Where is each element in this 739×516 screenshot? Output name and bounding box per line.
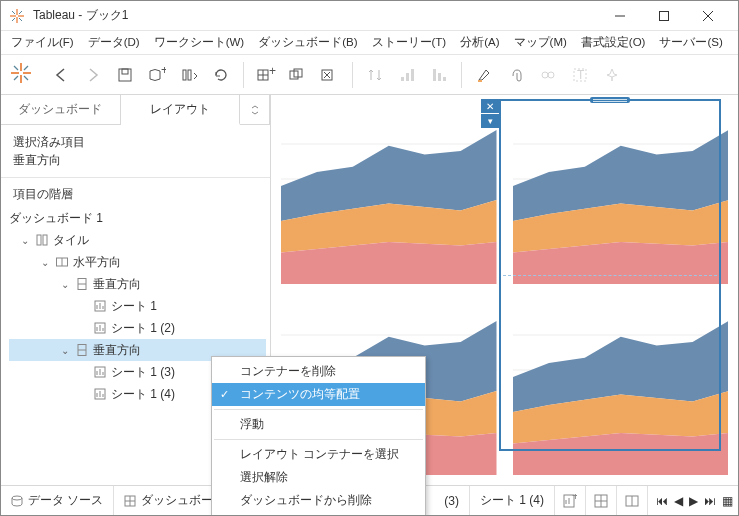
attach-button[interactable] — [502, 61, 530, 89]
menu-file[interactable]: ファイル(F) — [5, 33, 80, 52]
save-button[interactable] — [111, 61, 139, 89]
menubar: ファイル(F) データ(D) ワークシート(W) ダッシュボード(B) ストーリ… — [1, 31, 738, 55]
new-story-button[interactable] — [617, 486, 648, 515]
svg-text:+: + — [269, 67, 276, 78]
close-button[interactable] — [686, 2, 730, 30]
tab-expand[interactable] — [240, 95, 270, 124]
tree-dashboard-root[interactable]: ダッシュボード 1 — [9, 207, 266, 229]
tab-dashboard[interactable]: ダッシュボード — [1, 95, 121, 124]
bottom-data-source[interactable]: データ ソース — [1, 486, 114, 515]
divider-line — [503, 275, 717, 276]
svg-rect-20 — [119, 69, 131, 81]
svg-rect-36 — [411, 69, 414, 81]
svg-rect-34 — [401, 77, 404, 81]
tree-horizontal[interactable]: ⌄ 水平方向 — [9, 251, 266, 273]
menu-worksheet[interactable]: ワークシート(W) — [148, 33, 251, 52]
svg-rect-35 — [406, 73, 409, 81]
caret-down-icon[interactable]: ⌄ — [59, 345, 71, 356]
svg-line-17 — [24, 66, 28, 70]
group-button[interactable] — [534, 61, 562, 89]
caret-down-icon[interactable]: ⌄ — [19, 235, 31, 246]
data-source-icon — [11, 495, 23, 507]
vertical-icon — [75, 343, 89, 357]
context-delete-container[interactable]: コンテナーを削除 — [212, 360, 425, 383]
horizontal-icon — [55, 255, 69, 269]
refresh-button[interactable] — [207, 61, 235, 89]
svg-text:+: + — [572, 494, 577, 503]
svg-line-4 — [12, 11, 15, 14]
tree-sheet-1[interactable]: シート 1 — [9, 295, 266, 317]
back-button[interactable] — [47, 61, 75, 89]
menu-server[interactable]: サーバー(S) — [653, 33, 728, 52]
menu-story[interactable]: ストーリー(T) — [366, 33, 453, 52]
tree-vertical-1[interactable]: ⌄ 垂直方向 — [9, 273, 266, 295]
nav-next-icon[interactable]: ▶ — [689, 494, 698, 508]
tab-layout[interactable]: レイアウト — [121, 95, 241, 125]
sort-desc-button[interactable] — [425, 61, 453, 89]
tree-tile[interactable]: ⌄ タイル — [9, 229, 266, 251]
nav-first-icon[interactable]: ⏮ — [656, 494, 668, 508]
new-sheet-button[interactable]: + — [555, 486, 586, 515]
caret-down-icon[interactable]: ⌄ — [59, 279, 71, 290]
pause-button[interactable] — [175, 61, 203, 89]
bottom-sheet-4[interactable]: シート 1 (4) — [470, 486, 555, 515]
menu-map[interactable]: マップ(M) — [508, 33, 573, 52]
nav-last-icon[interactable]: ⏭ — [704, 494, 716, 508]
grid-view-icon[interactable]: ▦ — [722, 494, 733, 508]
sheet-icon — [93, 365, 107, 379]
svg-point-85 — [12, 496, 22, 500]
clear-button[interactable] — [316, 61, 344, 89]
menu-analysis[interactable]: 分析(A) — [454, 33, 505, 52]
context-select-container[interactable]: レイアウト コンテナーを選択 — [212, 443, 425, 466]
new-worksheet-button[interactable]: + — [252, 61, 280, 89]
nav-prev-icon[interactable]: ◀ — [674, 494, 683, 508]
context-floating[interactable]: 浮動 — [212, 413, 425, 436]
check-icon: ✓ — [220, 388, 229, 401]
menu-data[interactable]: データ(D) — [82, 33, 146, 52]
tableau-logo-icon — [9, 8, 25, 24]
duplicate-button[interactable] — [284, 61, 312, 89]
context-deselect[interactable]: 選択解除 — [212, 466, 425, 489]
selection-menu-icon[interactable]: ▾ — [481, 114, 499, 128]
menu-window[interactable]: ウィンドウ(N) — [731, 33, 739, 52]
selection-container[interactable]: ✕ ▾ — [499, 99, 721, 451]
maximize-button[interactable] — [642, 2, 686, 30]
context-remove-from-dashboard[interactable]: ダッシュボードから削除 — [212, 489, 425, 512]
tree-sheet-1-2[interactable]: シート 1 (2) — [9, 317, 266, 339]
highlight-button[interactable] — [470, 61, 498, 89]
svg-point-41 — [542, 72, 548, 78]
chart-sheet-1[interactable] — [281, 109, 497, 284]
swap-button[interactable] — [361, 61, 389, 89]
bottom-sheet-3[interactable]: (3) — [434, 486, 470, 515]
svg-text:T: T — [577, 68, 585, 82]
svg-rect-21 — [122, 69, 128, 74]
bottom-dashboard-tab[interactable]: ダッシュボー — [114, 486, 224, 515]
selection-close-icon[interactable]: ✕ — [481, 99, 499, 113]
minimize-button[interactable] — [598, 2, 642, 30]
new-data-button[interactable]: + — [143, 61, 171, 89]
sheet-icon — [93, 387, 107, 401]
svg-line-6 — [12, 18, 15, 21]
window-title: Tableau - ブック1 — [33, 7, 598, 24]
selected-items-title: 選択済み項目 — [13, 133, 258, 151]
svg-rect-39 — [443, 77, 446, 81]
forward-button[interactable] — [79, 61, 107, 89]
svg-line-5 — [19, 11, 22, 14]
svg-text:+: + — [161, 67, 166, 77]
svg-line-19 — [24, 76, 28, 80]
svg-rect-23 — [183, 70, 186, 80]
svg-rect-38 — [438, 73, 441, 81]
new-dashboard-button[interactable] — [586, 486, 617, 515]
menu-format[interactable]: 書式設定(O) — [575, 33, 652, 52]
text-button[interactable]: T — [566, 61, 594, 89]
menu-dashboard[interactable]: ダッシュボード(B) — [252, 33, 363, 52]
sort-asc-button[interactable] — [393, 61, 421, 89]
svg-rect-46 — [43, 235, 47, 245]
svg-line-18 — [14, 76, 18, 80]
pin-button[interactable] — [598, 61, 626, 89]
svg-point-42 — [548, 72, 554, 78]
caret-down-icon[interactable]: ⌄ — [39, 257, 51, 268]
svg-line-16 — [14, 66, 18, 70]
tableau-brand-icon[interactable] — [9, 61, 37, 89]
context-distribute[interactable]: ✓ コンテンツの均等配置 — [212, 383, 425, 406]
